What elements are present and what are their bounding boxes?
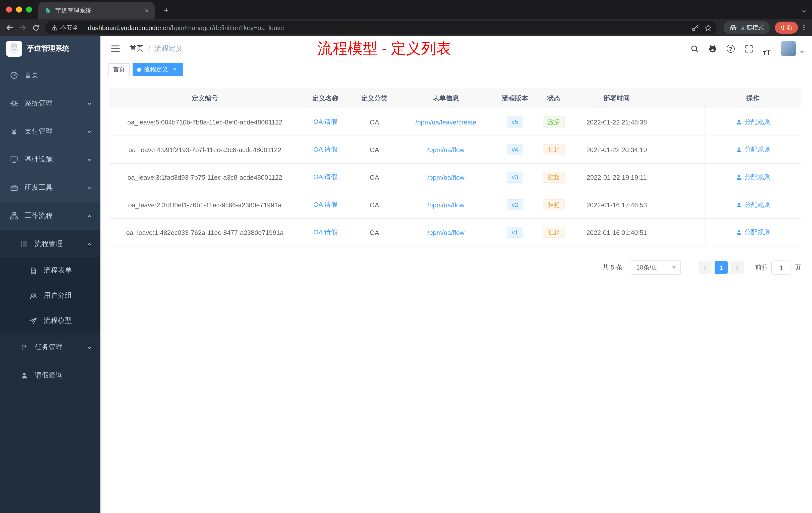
forward-button[interactable] [16,21,29,34]
definition-category: OA [350,219,398,246]
security-label: 不安全 [60,23,78,32]
font-size-icon[interactable]: TT [760,42,774,56]
address-bar[interactable]: 不安全 dashboard.yudao.iocoder.cn/bpm/manag… [45,21,717,34]
sidebar-item-leave-query[interactable]: 请假查询 [0,361,100,390]
column-header-status: 状态 [536,88,572,108]
goto-unit: 页 [794,263,801,272]
tag-process-definition[interactable]: 流程定义 × [133,63,183,76]
sidebar-item-workflow[interactable]: 工作流程 [0,202,100,230]
page-size-select[interactable]: 10条/页 [631,261,681,275]
assign-rule-link[interactable]: 分配规则 [735,173,771,182]
sidebar-item-dev-tools[interactable]: 研发工具 [0,174,100,202]
breadcrumb-current: 流程定义 [155,44,183,53]
sidebar-item-task-management[interactable]: 任务管理 [0,333,100,361]
chevron-up-icon [87,241,92,247]
form-link[interactable]: /bpm/oa/flow [427,201,464,209]
sidebar-item-process-form[interactable]: 流程表单 [0,258,100,283]
assign-rule-link[interactable]: 分配规则 [735,117,771,126]
back-button[interactable] [3,21,16,34]
page-annotation: 流程模型 - 定义列表 [317,38,451,59]
toolbox-icon [10,184,18,192]
new-tab-button[interactable]: + [160,4,173,17]
form-link[interactable]: /bpm/oa/flow [427,229,464,236]
definition-name-link[interactable]: OA 请假 [313,228,337,237]
minimize-window-button[interactable] [16,6,22,12]
tag-close-icon[interactable]: × [171,66,178,73]
table-row: oa_leave:2:3c1f0ef1-76b1-11ec-9c66-a2380… [110,191,801,219]
sidebar-item-label: 支付管理 [25,127,53,136]
gear-icon [10,99,18,108]
prev-page-button[interactable] [698,261,712,274]
browser-tab-strip: 芋道管理系统 × + [0,0,812,19]
assign-rule-link[interactable]: 分配规则 [735,228,771,237]
monitor-icon [10,156,18,163]
sidebar-item-process-model[interactable]: 流程模型 [0,308,100,333]
sidebar-menu: 首页 系统管理 ¥ 支付管理 [0,61,100,390]
chevron-down-icon [87,101,92,106]
sidebar-item-system[interactable]: 系统管理 [0,89,100,117]
user-icon [735,119,742,125]
close-window-button[interactable] [6,6,12,12]
tab-search-chevron-icon[interactable] [801,8,807,14]
sidebar-item-label: 系统管理 [25,99,53,108]
definition-id: oa_leave:2:3c1f0ef1-76b1-11ec-9c66-a2380… [110,191,300,218]
github-icon[interactable] [705,42,720,56]
chevron-down-icon [87,157,92,162]
form-link[interactable]: /bpm/oa/leave/create [415,118,476,126]
definition-table: 定义编号 定义名称 定义分类 表单信息 流程版本 状态 部署时间 操作 oa_l… [110,88,801,246]
definition-name-link[interactable]: OA 请假 [313,145,337,154]
column-header-form: 表单信息 [398,88,494,108]
bookmark-star-icon[interactable] [701,21,715,34]
assign-rule-link[interactable]: 分配规则 [735,145,771,154]
chevron-up-icon [87,213,92,219]
definition-id: oa_leave:5:004b710b-7b8a-11ec-8ef0-acde4… [110,109,300,135]
security-chip[interactable]: 不安全 [51,23,78,32]
table-row: oa_leave:5:004b710b-7b8a-11ec-8ef0-acde4… [110,109,801,136]
browser-menu-icon[interactable] [799,21,809,34]
column-header-actions: 操作 [704,88,801,108]
deploy-time: 2022-01-22 21:48:38 [572,109,662,135]
page-number-button[interactable]: 1 [715,261,728,274]
screen: 芋道管理系统 × + 不安全 dashboard.yudao.iocoder.c… [0,0,812,513]
browser-tab[interactable]: 芋道管理系统 × [38,2,155,19]
sidebar-item-process-management[interactable]: 流程管理 [0,230,100,258]
fullscreen-icon[interactable] [742,42,756,56]
form-link[interactable]: /bpm/oa/flow [427,174,464,181]
dashboard-icon [10,71,18,79]
help-icon[interactable]: ? [724,42,738,56]
tab-close-icon[interactable]: × [143,6,151,14]
zoom-window-button[interactable] [26,6,32,12]
paper-plane-icon [29,317,37,325]
hamburger-icon[interactable] [109,42,122,56]
user-avatar[interactable] [781,41,796,56]
logo-avatar [6,41,22,57]
definition-name-link[interactable]: OA 请假 [313,117,337,126]
definition-name-link[interactable]: OA 请假 [313,173,337,182]
search-icon[interactable] [688,42,701,56]
sidebar-item-user-group[interactable]: 用户分组 [0,283,100,308]
tag-home[interactable]: 首页 [109,63,129,76]
tab-favicon-icon [44,7,51,14]
goto-page-input[interactable] [771,261,791,275]
sidebar-item-infrastructure[interactable]: 基础设施 [0,146,100,174]
sidebar-item-payment[interactable]: ¥ 支付管理 [0,117,100,146]
active-dot [137,67,141,71]
key-icon[interactable] [689,21,701,34]
sidebar-item-home[interactable]: 首页 [0,61,100,89]
version-badge: v3 [507,172,523,183]
definition-name-link[interactable]: OA 请假 [313,200,337,209]
assign-rule-link[interactable]: 分配规则 [735,200,771,209]
sidebar-logo[interactable]: 芋道管理系统 [0,36,100,61]
sidebar-item-label: 请假查询 [35,371,63,380]
breadcrumb-home[interactable]: 首页 [129,44,144,53]
sidebar-item-label: 流程管理 [35,239,63,248]
next-page-button[interactable] [731,261,744,274]
browser-toolbar: 不安全 dashboard.yudao.iocoder.cn/bpm/manag… [0,19,812,36]
reload-button[interactable] [29,21,42,34]
form-link[interactable]: /bpm/oa/flow [427,146,464,153]
deploy-time: 2022-01-22 20:34:10 [572,136,662,163]
status-badge: 挂起 [543,172,565,183]
column-header-name: 定义名称 [300,88,350,108]
version-badge: v2 [507,199,523,210]
update-button[interactable]: 更新 [775,22,798,34]
